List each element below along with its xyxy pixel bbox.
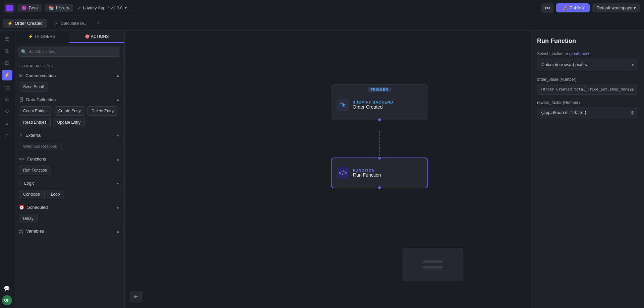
tab-label: Calculate re...: [61, 21, 87, 26]
action-run-function[interactable]: Run Function: [19, 166, 51, 175]
order-value-input-row: $: [537, 84, 637, 95]
sidebar-icon-page[interactable]: ☰: [2, 34, 12, 44]
publish-button[interactable]: 🚀 Publish: [556, 3, 590, 12]
action-loop[interactable]: Loop: [47, 190, 64, 199]
section-variables[interactable]: {x} Variables ▲: [14, 226, 124, 236]
function-node-connector-bottom[interactable]: [377, 186, 382, 190]
action-webhook-respond: Webhook Respond: [19, 142, 62, 151]
trigger-node-title: Order Created: [353, 104, 393, 110]
workspace-chevron-icon: ▾: [634, 5, 636, 10]
tab-fx-icon: f(x): [53, 21, 59, 25]
chevron-external-icon: ▲: [116, 133, 120, 137]
functions-items: Run Function: [14, 164, 124, 178]
sidebar-icon-list[interactable]: ≡: [2, 118, 12, 129]
app-logo: [4, 3, 15, 13]
external-icon: ↗: [19, 132, 23, 138]
main-layout: ☰ ⧉ ⊞ ⚡ ƒ(x) ⊟ ⚙ ≡ ↗ 💬 GH ⚡ TRIGGERS 🎯 A…: [0, 31, 644, 308]
actions-list: GLOBAL ACTIONS ✉ Communication ▲ Send Em…: [14, 60, 124, 308]
sidebar-icon-discord[interactable]: 💬: [2, 283, 12, 294]
app-nav: ⤢ Loyalty App / v1.0.0 ▾: [77, 5, 127, 10]
action-create-entry[interactable]: Create Entry: [54, 106, 85, 116]
section-label-data-collection: Data Collection: [26, 97, 56, 102]
more-button[interactable]: •••: [541, 3, 553, 13]
order-value-input[interactable]: [541, 84, 631, 95]
action-update-entry[interactable]: Update Entry: [53, 118, 85, 127]
variables-icon: {x}: [19, 229, 23, 234]
action-send-email[interactable]: Send Email: [19, 82, 48, 91]
beta-button[interactable]: 🟣 Beta: [17, 4, 42, 12]
scheduled-icon: ⏰: [19, 204, 24, 210]
trigger-node[interactable]: TRIGGER 🛍 SHOPIFY BACKEND Order Created: [331, 84, 428, 120]
canvas[interactable]: TRIGGER 🛍 SHOPIFY BACKEND Order Created: [125, 31, 530, 308]
tabs-bar: ⚡ Order Created f(x) Calculate re... +: [0, 16, 644, 31]
chevron-logic-icon: ▲: [116, 181, 120, 185]
avatar[interactable]: GH: [2, 295, 12, 305]
flow-icon: ⤢: [77, 5, 81, 10]
right-panel-title: Run Function: [537, 38, 637, 45]
workspace-label: Default workspace: [596, 5, 632, 10]
function-node-connector-top[interactable]: [377, 156, 382, 160]
function-select[interactable]: Calculate reward points: [537, 59, 637, 70]
section-label-scheduled: Scheduled: [27, 205, 48, 210]
add-tab-button[interactable]: +: [94, 18, 103, 28]
sidebar-icon-settings[interactable]: ⚙: [2, 106, 12, 117]
trigger-node-type: SHOPIFY BACKEND: [353, 100, 393, 104]
section-communication[interactable]: ✉ Communication ▲: [14, 70, 124, 81]
publish-label: Publish: [570, 5, 584, 10]
function-select-wrap: Calculate reward points ▾: [537, 59, 637, 70]
section-label-external: External: [25, 133, 42, 138]
action-count-entries[interactable]: Count Entries: [19, 106, 52, 116]
action-delay[interactable]: Delay: [19, 214, 38, 223]
sidebar-icon-flow[interactable]: ⚡: [2, 70, 12, 80]
trigger-badge-text: TRIGGER: [367, 87, 392, 92]
external-items: Webhook Respond: [14, 140, 124, 154]
function-node[interactable]: </> FUNCTION Run Function: [331, 158, 428, 188]
tab-triggers[interactable]: ⚡ TRIGGERS: [14, 31, 69, 43]
tab-actions[interactable]: 🎯 ACTIONS: [69, 31, 125, 43]
section-external[interactable]: ↗ External ▲: [14, 130, 124, 140]
tab-order-created[interactable]: ⚡ Order Created: [3, 19, 47, 28]
section-logic[interactable]: ⑂ Logic ▲: [14, 178, 124, 188]
sidebar-icon-formula[interactable]: ƒ(x): [2, 82, 12, 93]
logic-icon: ⑂: [19, 180, 21, 186]
sidebar-icon-components[interactable]: ⊞: [2, 58, 12, 68]
chevron-down-icon[interactable]: ▾: [125, 5, 127, 10]
library-button[interactable]: 📚 Library: [45, 4, 73, 12]
right-panel: Run Function Select function or create n…: [530, 31, 644, 308]
search-input[interactable]: [18, 47, 120, 57]
tab-calculate-re[interactable]: f(x) Calculate re...: [49, 19, 92, 28]
scheduled-items: Delay: [14, 212, 124, 226]
chevron-variables-icon: ▲: [116, 229, 120, 233]
chevron-functions-icon: ▲: [116, 157, 120, 161]
app-name: Loyalty App: [83, 5, 106, 10]
reward-factor-label: reward_factor (Number): [537, 100, 637, 105]
workspace-button[interactable]: Default workspace ▾: [592, 3, 640, 12]
trigger-node-body: 🛍 SHOPIFY BACKEND Order Created: [331, 94, 428, 116]
function-node-body: </> FUNCTION Run Function: [332, 162, 427, 184]
triggers-icon: ⚡: [28, 34, 33, 39]
separator: /: [108, 5, 109, 10]
chevron-communication-icon: ▲: [116, 73, 120, 77]
communication-items: Send Email: [14, 81, 124, 94]
section-functions[interactable]: </> Functions ▲: [14, 154, 124, 164]
reward-factor-input[interactable]: [541, 107, 631, 118]
library-label: Library: [56, 5, 69, 10]
create-new-link[interactable]: create new: [569, 51, 589, 56]
reward-factor-dollar-icon: $: [631, 110, 634, 115]
sidebar-icon-layers[interactable]: ⧉: [2, 46, 12, 56]
trigger-node-connector-bottom[interactable]: [377, 118, 382, 122]
action-condition[interactable]: Condition: [19, 190, 45, 199]
section-label-variables: Variables: [26, 229, 44, 234]
canvas-fit-button[interactable]: ⇤: [130, 291, 142, 302]
functions-icon: </>: [19, 157, 24, 162]
section-scheduled[interactable]: ⏰ Scheduled ▲: [14, 202, 124, 212]
action-read-entries[interactable]: Read Entries: [19, 118, 51, 127]
library-icon: 📚: [49, 5, 54, 10]
sidebar-icon-analytics[interactable]: ↗: [2, 130, 12, 141]
action-delete-entry[interactable]: Delete Entry: [87, 106, 118, 116]
section-data-collection[interactable]: 🗄 Data Collection ▲: [14, 94, 124, 105]
app-version: v1.0.0: [111, 5, 122, 10]
chevron-scheduled-icon: ▲: [116, 205, 120, 209]
sidebar-icon-database[interactable]: ⊟: [2, 94, 12, 105]
triggers-label: TRIGGERS: [34, 34, 55, 39]
